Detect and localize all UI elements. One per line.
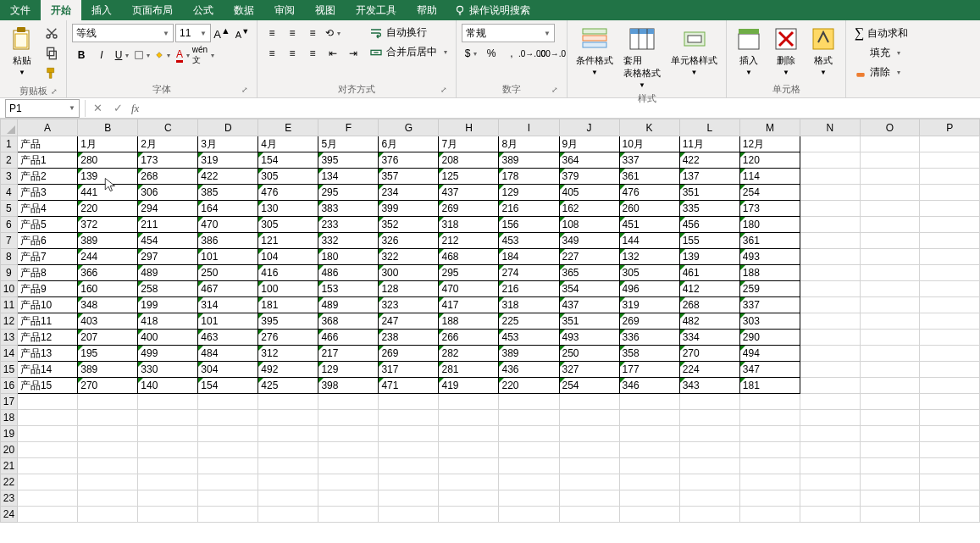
cell[interactable]: 产品6 (17, 233, 77, 249)
cell[interactable] (499, 394, 559, 410)
cell[interactable]: 247 (379, 313, 439, 330)
cell[interactable] (258, 426, 318, 442)
font-size-combo[interactable]: 11▼ (175, 24, 211, 42)
cell[interactable] (860, 458, 920, 474)
cell[interactable]: 303 (739, 313, 800, 330)
cell[interactable] (860, 474, 920, 490)
row-header[interactable]: 1 (1, 136, 18, 152)
cell[interactable]: 417 (439, 297, 499, 313)
cell[interactable] (860, 426, 920, 442)
cell[interactable] (920, 201, 980, 217)
cell[interactable] (559, 490, 619, 507)
cell[interactable]: 358 (619, 346, 679, 362)
cell[interactable]: 318 (439, 217, 499, 233)
cell[interactable]: 398 (318, 378, 379, 394)
cell[interactable]: 132 (619, 249, 679, 265)
cell[interactable]: 305 (258, 169, 318, 185)
cell[interactable] (619, 474, 679, 490)
cell[interactable]: 产品8 (17, 265, 77, 281)
cell[interactable] (920, 330, 980, 346)
cell[interactable]: 494 (739, 346, 800, 362)
cell[interactable] (739, 442, 800, 458)
cell[interactable] (379, 442, 439, 458)
cell[interactable]: 254 (559, 378, 619, 394)
cell[interactable]: 441 (78, 185, 138, 201)
cell[interactable]: 330 (138, 362, 198, 378)
cell[interactable] (78, 507, 138, 523)
cell[interactable] (860, 394, 920, 410)
cell[interactable]: 180 (318, 249, 379, 265)
cell[interactable]: 134 (318, 169, 379, 185)
underline-button[interactable]: U▾ (113, 46, 131, 64)
cell[interactable] (739, 474, 800, 490)
cell[interactable] (499, 442, 559, 458)
cell[interactable]: 399 (379, 201, 439, 217)
cell[interactable]: 216 (499, 281, 559, 297)
increase-font-button[interactable]: A▲ (213, 24, 231, 42)
enter-formula-button[interactable]: ✓ (108, 102, 128, 114)
cell[interactable]: 195 (78, 346, 138, 362)
cell[interactable]: 403 (78, 313, 138, 330)
cell[interactable]: 产品12 (17, 330, 77, 346)
tell-me[interactable]: 操作说明搜索 (447, 0, 537, 20)
cell[interactable] (860, 330, 920, 346)
cell[interactable]: 456 (679, 217, 739, 233)
cell[interactable]: 496 (619, 281, 679, 297)
cell[interactable]: 224 (679, 362, 739, 378)
cell[interactable] (318, 490, 379, 507)
cell[interactable]: 144 (619, 233, 679, 249)
autosum-button[interactable]: ∑自动求和 (851, 24, 911, 42)
cell[interactable]: 327 (559, 362, 619, 378)
border-button[interactable]: ▾ (133, 46, 152, 64)
cell[interactable]: 139 (679, 249, 739, 265)
cell[interactable]: 产品15 (17, 378, 77, 394)
cell[interactable]: 425 (258, 378, 318, 394)
cell[interactable] (258, 442, 318, 458)
cell[interactable]: 9月 (559, 136, 619, 152)
cell[interactable]: 276 (258, 330, 318, 346)
cell[interactable]: 493 (739, 249, 800, 265)
font-color-button[interactable]: A▾ (174, 46, 192, 64)
cell[interactable]: 260 (619, 201, 679, 217)
cell[interactable] (679, 458, 739, 474)
cell[interactable] (559, 394, 619, 410)
cell[interactable]: 产品10 (17, 297, 77, 313)
cell[interactable] (439, 442, 499, 458)
cell[interactable]: 269 (439, 201, 499, 217)
cell[interactable] (379, 426, 439, 442)
cell[interactable] (559, 458, 619, 474)
cell[interactable]: 295 (439, 265, 499, 281)
cell[interactable] (800, 507, 860, 523)
cell[interactable] (379, 394, 439, 410)
cell[interactable] (920, 426, 980, 442)
cell[interactable] (78, 474, 138, 490)
column-header[interactable]: O (860, 119, 920, 136)
orientation-button[interactable]: ⟲▾ (324, 24, 342, 42)
cell[interactable] (198, 474, 258, 490)
tab-home[interactable]: 开始 (41, 0, 81, 20)
cell[interactable] (379, 410, 439, 426)
cell[interactable]: 364 (559, 152, 619, 169)
cell[interactable] (559, 442, 619, 458)
cell[interactable] (559, 426, 619, 442)
cell[interactable] (499, 474, 559, 490)
cell[interactable] (920, 346, 980, 362)
cell[interactable] (920, 474, 980, 490)
row-header[interactable]: 19 (1, 426, 18, 442)
cell[interactable]: 351 (559, 313, 619, 330)
cell[interactable] (619, 507, 679, 523)
cell[interactable]: 476 (619, 185, 679, 201)
cell[interactable]: 177 (619, 362, 679, 378)
cell[interactable]: 368 (318, 313, 379, 330)
cell[interactable] (739, 458, 800, 474)
cell[interactable]: 220 (78, 201, 138, 217)
cell[interactable] (619, 458, 679, 474)
cell[interactable]: 461 (679, 265, 739, 281)
cell[interactable]: 322 (379, 249, 439, 265)
cell[interactable]: 产品7 (17, 249, 77, 265)
cell[interactable]: 产品13 (17, 346, 77, 362)
cell[interactable] (439, 394, 499, 410)
cell[interactable]: 290 (739, 330, 800, 346)
cell[interactable]: 451 (619, 217, 679, 233)
cell[interactable] (318, 442, 379, 458)
